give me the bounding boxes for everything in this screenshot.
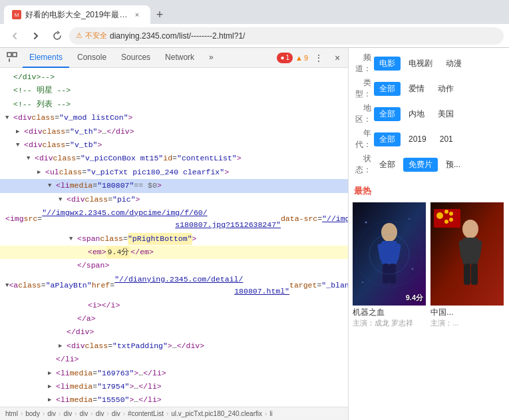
movie-card[interactable]: 9.4分 机器之血 主演：成龙 罗志祥 bbox=[353, 202, 426, 328]
error-badge: ● 1 bbox=[277, 53, 293, 63]
main-container: Elements Console Sources Network » ● 1 ▲… bbox=[0, 48, 509, 420]
type-label: 类型： bbox=[351, 77, 371, 100]
dom-line[interactable]: <li media="17954">…</li> bbox=[0, 380, 348, 393]
dom-line[interactable]: <div class="txtPadding">…</div> bbox=[0, 339, 348, 353]
status-ul[interactable]: ul.v_picTxt.pic180_240.clearfix bbox=[171, 410, 262, 417]
dom-line[interactable]: <!-- 列表 --> bbox=[0, 98, 348, 111]
channel-label: 频道： bbox=[351, 52, 371, 75]
status-div4[interactable]: div bbox=[96, 410, 104, 417]
status-bar: html › body › div › div › div › div › di… bbox=[0, 407, 348, 420]
filter-romance[interactable]: 爱情 bbox=[403, 82, 430, 96]
region-label: 地区： bbox=[351, 103, 371, 125]
dom-line[interactable]: <div class="v_th">…</div> bbox=[0, 125, 348, 138]
svg-point-28 bbox=[449, 212, 453, 216]
devtools-close-button[interactable]: × bbox=[329, 50, 345, 66]
forward-button[interactable] bbox=[27, 27, 45, 45]
dom-line[interactable]: <i></i> bbox=[0, 299, 348, 312]
dom-line[interactable]: <!-- 明星 --> bbox=[0, 84, 348, 97]
filter-dongman[interactable]: 动漫 bbox=[440, 57, 467, 71]
filter-region-all[interactable]: 全部 bbox=[374, 107, 401, 121]
filter-dianshiju[interactable]: 电视剧 bbox=[403, 57, 438, 71]
hot-section-header: 最热 bbox=[349, 182, 509, 198]
inspector-icon[interactable] bbox=[3, 48, 21, 68]
url-bar[interactable]: dianying.2345.com/list/--------2.html?1/ bbox=[110, 31, 497, 41]
triangle-icon[interactable] bbox=[59, 195, 67, 204]
status-div3[interactable]: div bbox=[80, 410, 88, 417]
security-icon: ⚠ bbox=[76, 31, 83, 40]
devtools-menu-button[interactable]: ⋮ bbox=[311, 50, 327, 66]
filter-2019[interactable]: 2019 bbox=[403, 133, 432, 145]
status-html[interactable]: html bbox=[5, 410, 18, 417]
status-li[interactable]: li bbox=[269, 410, 272, 417]
tab-sources[interactable]: Sources bbox=[114, 48, 157, 68]
tab-console[interactable]: Console bbox=[71, 48, 113, 68]
dom-line-img[interactable]: <img src="//imgwx2.2345.com/dypcime/img/… bbox=[0, 206, 348, 232]
dom-line[interactable]: <li media="169763">…</li> bbox=[0, 367, 348, 380]
triangle-icon[interactable] bbox=[48, 382, 56, 391]
filter-usa[interactable]: 美国 bbox=[432, 107, 459, 121]
dom-line[interactable]: <span class="pRightBottom"> bbox=[0, 232, 348, 246]
triangle-icon[interactable] bbox=[16, 127, 24, 136]
pRightBottom-class: "pRightBottom" bbox=[128, 233, 192, 245]
triangle-icon[interactable] bbox=[48, 369, 56, 378]
website-panel: 频道： 电影 电视剧 动漫 类型： 全部 爱情 动作 地区： 全部 内地 美国 bbox=[349, 48, 509, 420]
tab-network[interactable]: Network bbox=[158, 48, 201, 68]
tab-more[interactable]: » bbox=[202, 48, 220, 68]
dom-line[interactable]: <div class="v_picConBox mt15" id="conten… bbox=[0, 152, 348, 165]
dom-line[interactable]: <li media="15550">…</li> bbox=[0, 393, 348, 407]
back-button[interactable] bbox=[5, 27, 24, 45]
svg-point-26 bbox=[436, 212, 443, 219]
triangle-icon[interactable] bbox=[5, 113, 13, 122]
filter-action[interactable]: 动作 bbox=[432, 82, 459, 96]
channel-filter-row: 频道： 电影 电视剧 动漫 bbox=[351, 52, 506, 75]
triangle-icon[interactable] bbox=[59, 341, 67, 351]
triangle-icon[interactable] bbox=[48, 395, 56, 405]
security-text: 不安全 bbox=[85, 31, 107, 41]
status-div5[interactable]: div bbox=[112, 410, 120, 417]
status-div2[interactable]: div bbox=[63, 410, 72, 417]
movie-thumbnail: 9.4分 bbox=[353, 202, 426, 306]
movie-cast: 主演：成龙 罗志祥 bbox=[353, 318, 426, 328]
dom-tree[interactable]: </div>--> <!-- 明星 --> <!-- 列表 --> <div c… bbox=[0, 68, 348, 407]
new-tab-button[interactable]: + bbox=[150, 5, 169, 24]
triangle-icon[interactable] bbox=[69, 234, 77, 244]
dom-line-highlighted[interactable]: <em>9.4分</em> bbox=[0, 246, 348, 259]
triangle-icon[interactable] bbox=[27, 154, 35, 163]
dom-line[interactable]: <div class="pic"> bbox=[0, 193, 348, 206]
dom-line[interactable]: <div class="v_mod listCon"> bbox=[0, 111, 348, 124]
dom-line[interactable]: <ul class="v_picTxt pic180_240 clearfix"… bbox=[0, 166, 348, 179]
filter-year-all[interactable]: 全部 bbox=[374, 132, 401, 146]
status-body[interactable]: body bbox=[25, 410, 40, 417]
dom-line[interactable]: <div class="v_tb"> bbox=[0, 138, 348, 152]
status-content-list[interactable]: #contentList bbox=[128, 410, 164, 417]
dom-line[interactable]: </span> bbox=[0, 259, 348, 272]
tab-close-button[interactable]: × bbox=[132, 9, 142, 20]
filter-dianying[interactable]: 电影 bbox=[374, 57, 401, 71]
svg-point-29 bbox=[449, 218, 453, 222]
dom-line[interactable]: </li> bbox=[0, 353, 348, 366]
refresh-button[interactable] bbox=[48, 27, 67, 45]
triangle-icon[interactable] bbox=[48, 181, 56, 190]
triangle-icon[interactable] bbox=[16, 140, 24, 150]
tab-elements[interactable]: Elements bbox=[23, 48, 69, 68]
dom-line[interactable]: </div> bbox=[0, 325, 348, 339]
filter-preview[interactable]: 预... bbox=[440, 158, 466, 172]
filter-state-all[interactable]: 全部 bbox=[374, 158, 401, 172]
dom-line-selected[interactable]: <li media="180807" == $0> bbox=[0, 179, 348, 192]
dom-line[interactable]: </a> bbox=[0, 312, 348, 325]
region-filter-row: 地区： 全部 内地 美国 bbox=[351, 103, 506, 125]
triangle-icon[interactable] bbox=[37, 168, 45, 177]
svg-point-6 bbox=[381, 223, 397, 242]
filter-2018[interactable]: 201 bbox=[434, 133, 458, 145]
movie-title: 中国... bbox=[430, 307, 504, 318]
filter-free[interactable]: 免费片 bbox=[403, 158, 438, 172]
filter-inland[interactable]: 内地 bbox=[403, 107, 430, 121]
movie-card[interactable]: 中国... 主演：... bbox=[430, 202, 504, 328]
dom-line-a[interactable]: <a class="aPlayBtn" href="//dianying.234… bbox=[0, 273, 348, 299]
filter-type-all[interactable]: 全部 bbox=[374, 82, 401, 96]
devtools-toolbar: Elements Console Sources Network » ● 1 ▲… bbox=[0, 48, 348, 68]
active-tab[interactable]: M 好看的电影大全_2019年最新电影... × bbox=[4, 5, 150, 24]
dom-line[interactable]: </div>--> bbox=[0, 71, 348, 84]
status-div1[interactable]: div bbox=[47, 410, 56, 417]
svg-point-15 bbox=[409, 218, 410, 220]
